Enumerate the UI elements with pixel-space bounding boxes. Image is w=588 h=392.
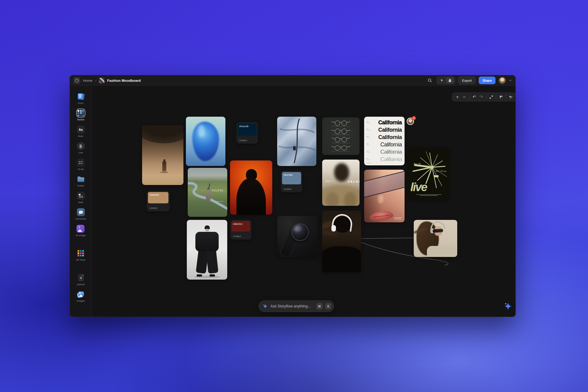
tactics-icon [77, 109, 85, 117]
canvas-card-puffer-jacket[interactable] [277, 117, 316, 166]
canvas-card-sacai-campaign[interactable]: sacai [322, 160, 360, 206]
canvas-toolbar: + − ↶ ↷ [452, 92, 515, 101]
undo-icon[interactable]: ↶ [471, 93, 478, 100]
app-logo-icon[interactable] [74, 77, 80, 84]
link-icon [77, 142, 85, 150]
comment-marker-icon[interactable] [497, 93, 504, 100]
live-title-text: live [410, 181, 427, 193]
fit-view-icon[interactable] [488, 93, 495, 100]
page-title[interactable]: Fashion Moodboard [107, 79, 141, 82]
sidebar-item-note[interactable]: Aa Note [77, 126, 85, 138]
sidebar-item-label: Folder [77, 184, 84, 187]
sidebar-item-tactics[interactable]: Tactics [77, 109, 85, 121]
polene-brand-text: POLÈNE [212, 189, 224, 192]
canvas-card-swatch-red[interactable]: #661914 Untitled [230, 220, 251, 239]
all-tools-icon [77, 249, 85, 257]
moodboard-canvas[interactable]: + − ↶ ↷ [92, 86, 515, 317]
key-command: ⌘ [316, 303, 322, 309]
todo-icon [77, 159, 85, 167]
sidebar-item-all-tools[interactable]: All Tools [76, 249, 85, 261]
live-date-left: dec. 29 [413, 163, 420, 165]
canvas-card-polene-landscape[interactable]: POLÈNE [188, 168, 227, 217]
arrange-icon[interactable] [507, 93, 514, 100]
canvas-card-swatch-tan[interactable]: #b89065 Untitled [147, 191, 170, 211]
export-button[interactable]: Export [458, 77, 476, 84]
california-word: California [378, 134, 402, 141]
cursor-icon[interactable] [438, 77, 446, 83]
wall-icon [77, 192, 85, 200]
sidebar-item-docs[interactable]: Docs [77, 92, 85, 104]
hand-icon[interactable] [446, 77, 454, 83]
sidebar-item-label: Wall [78, 201, 83, 204]
swatch-hex-label: #647f9b [284, 174, 292, 176]
key-k: K [325, 303, 331, 309]
toolbar-divider [506, 95, 506, 99]
chevron-down-icon[interactable] [509, 79, 512, 82]
sparkle-icon [263, 304, 268, 309]
sparkle-icon [504, 302, 512, 310]
user-avatar[interactable] [499, 77, 506, 84]
collaborator-presence[interactable]: 1 [407, 118, 415, 126]
sidebar-item-label: To-do [77, 168, 84, 171]
canvas-card-wearable-device[interactable] [277, 216, 318, 257]
docs-icon [77, 92, 85, 100]
canvas-card-aircraft-desert[interactable] [142, 125, 183, 185]
zoom-in-icon[interactable]: + [454, 93, 461, 100]
swatch-caption: Untitled [233, 235, 241, 238]
california-word: California [380, 149, 402, 155]
canvas-card-red-hooded-figure[interactable] [230, 160, 272, 215]
canvas-card-streetwear-figure[interactable] [187, 220, 227, 280]
canvas-card-swatch-slate[interactable]: #647f9b Untitled [281, 171, 302, 192]
canvas-card-blue-sculpture[interactable] [186, 117, 225, 166]
upload-icon [77, 274, 85, 282]
canvas-card-glasses-portrait[interactable] [364, 170, 405, 222]
canvas-card-swatch-navy[interactable]: #011e35 Untitled [236, 122, 258, 144]
sidebar-item-link[interactable]: Link [77, 142, 85, 154]
search-icon[interactable] [426, 77, 434, 84]
sidebar-item-label: All Tools [76, 258, 85, 261]
swatch-caption: Untitled [149, 207, 157, 209]
sidebar-item-label: AI Image [76, 234, 85, 237]
breadcrumb-home[interactable]: Home [83, 79, 92, 82]
share-button[interactable]: Share [479, 77, 496, 84]
live-date-right: dec. 31 (sat) [436, 170, 447, 172]
canvas-card-live-poster[interactable]: dec. 29 dec. 31 (sat) live [408, 147, 449, 200]
zoom-out-icon[interactable]: − [461, 93, 468, 100]
note-icon: Aa [77, 126, 85, 134]
sidebar-item-label: Tactics [77, 118, 84, 121]
board-thumbnail [99, 78, 104, 83]
sidebar-item-label: Comment [75, 217, 86, 220]
california-word: California [378, 127, 402, 133]
swatch-hex-label: #011e35 [239, 125, 248, 128]
sidebar-item-label: Docs [78, 102, 83, 104]
images-icon [77, 290, 85, 298]
notification-badge: 1 [412, 116, 416, 120]
sidebar-item-comment[interactable]: Comment [75, 208, 86, 220]
topbar-actions: Export Share [426, 77, 512, 84]
ask-ai-bar[interactable]: Ask Storyflow anything... ⌘ K [258, 300, 334, 312]
app-window: Home / Fashion Moodboard Export [70, 75, 516, 317]
topbar: Home / Fashion Moodboard Export [70, 75, 515, 86]
redo-icon[interactable]: ↷ [478, 93, 485, 100]
ai-assistant-button[interactable] [503, 301, 513, 311]
toolbar-divider [486, 95, 486, 99]
sidebar-item-folder[interactable]: Folder [77, 175, 85, 187]
ai-image-icon: ✦ [77, 225, 85, 233]
sidebar-item-wall[interactable]: Wall [77, 192, 85, 204]
breadcrumb-separator: / [95, 79, 96, 82]
swatch-caption: Untitled [239, 139, 247, 142]
canvas-card-headphones-dark-portrait[interactable] [322, 210, 361, 272]
canvas-card-eyewear-sketches[interactable] [322, 117, 360, 155]
sidebar-item-todo[interactable]: To-do [77, 159, 85, 171]
swatch-hex-label: #b89065 [149, 194, 159, 196]
sacai-brand-text: sacai [348, 180, 360, 183]
comment-icon [77, 208, 85, 216]
swatch-hex-label: #661914 [233, 223, 243, 225]
sidebar-item-images[interactable]: Images [77, 290, 85, 302]
folder-icon [77, 175, 85, 183]
canvas-card-headphones-beige-portrait[interactable] [414, 220, 457, 257]
sidebar-item-ai-image[interactable]: ✦ AI Image [76, 225, 85, 237]
toolbar-divider [469, 95, 469, 99]
sidebar-item-upload[interactable]: Upload [77, 274, 85, 286]
canvas-card-california-typography[interactable]: California California California Califor… [364, 117, 405, 165]
